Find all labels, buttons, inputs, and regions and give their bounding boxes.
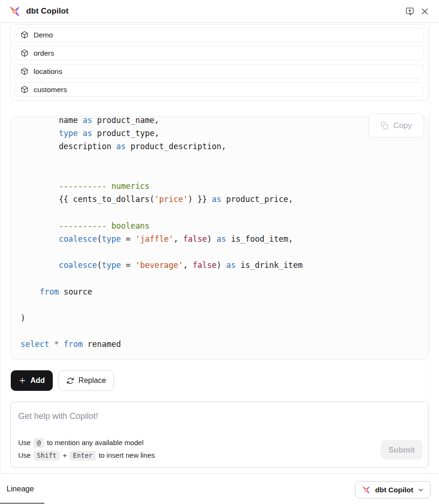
- dbt-copilot-logo-icon: [361, 485, 371, 495]
- cube-icon: [21, 67, 28, 75]
- code-line: ---------- booleans: [21, 219, 428, 232]
- code-line: ---------- numerics: [21, 180, 428, 193]
- code-line: {{ cents_to_dollars('price') }} as produ…: [21, 193, 428, 206]
- code-line: type as product_type,: [21, 127, 428, 140]
- close-icon[interactable]: [418, 5, 431, 17]
- cube-icon: [21, 31, 28, 39]
- code-line: [21, 206, 428, 219]
- copy-button[interactable]: Copy: [368, 114, 424, 137]
- code-line: from source: [21, 285, 428, 298]
- replace-button[interactable]: Replace: [58, 370, 114, 391]
- panel-title: dbt Copilot: [26, 7, 69, 16]
- dbt-copilot-panel: dbt Copilot Demo: [0, 0, 439, 504]
- code-line: [21, 298, 428, 311]
- tab-lineage[interactable]: Lineage: [7, 484, 34, 493]
- panel-footer: Lineage dbt Copilot: [0, 473, 439, 504]
- code-line: ): [21, 311, 428, 324]
- replace-button-label: Replace: [78, 376, 106, 385]
- model-chip-label: Demo: [34, 31, 53, 39]
- copilot-mode-selector[interactable]: dbt Copilot: [355, 481, 431, 498]
- add-button-label: Add: [30, 376, 45, 385]
- prompt-hints: Use @ to mention any available modelUse …: [18, 437, 155, 461]
- code-line: [21, 324, 428, 338]
- model-chip-label: customers: [34, 86, 67, 94]
- submit-button[interactable]: Submit: [381, 440, 423, 460]
- copilot-mode-selector-label: dbt Copilot: [375, 486, 413, 494]
- add-button[interactable]: Add: [11, 370, 53, 391]
- copy-button-label: Copy: [393, 121, 412, 130]
- kbd-chip: @: [34, 438, 44, 448]
- code-line: coalesce(type = 'beverage', false) as is…: [21, 259, 428, 272]
- code-block: name as product_name, type as product_ty…: [10, 116, 428, 360]
- code-line: [21, 166, 428, 180]
- kbd-chip: Enter: [70, 451, 96, 461]
- chat-scroll-area[interactable]: Demo orders locations customers name as …: [0, 23, 430, 473]
- prompt-hint-line: Use @ to mention any available model: [18, 437, 155, 449]
- code-actions-row: Add Replace: [11, 370, 429, 391]
- code-line: [21, 245, 428, 259]
- panel-header: dbt Copilot: [0, 0, 439, 23]
- code-scroll-area[interactable]: name as product_name, type as product_ty…: [11, 117, 428, 359]
- model-chip[interactable]: customers: [14, 82, 424, 97]
- model-chip-label: locations: [34, 67, 62, 76]
- code-line: description as product_description,: [21, 140, 428, 153]
- plus-icon: [19, 377, 26, 384]
- refresh-icon: [66, 377, 74, 385]
- prompt-input[interactable]: Get help with Copilot! Use @ to mention …: [10, 402, 428, 468]
- code-line: name as product_name,: [21, 117, 428, 127]
- model-chip-label: orders: [34, 49, 54, 58]
- mentioned-models-list: Demo orders locations customers: [10, 24, 428, 101]
- prompt-placeholder: Get help with Copilot!: [18, 411, 98, 421]
- cube-icon: [21, 86, 28, 94]
- popout-plus-icon[interactable]: [404, 5, 416, 17]
- model-chip[interactable]: orders: [14, 46, 424, 60]
- cube-icon: [21, 49, 28, 57]
- model-chip[interactable]: locations: [14, 64, 424, 79]
- dbt-copilot-logo-icon: [8, 5, 21, 18]
- code-line: [21, 153, 428, 166]
- code-line: coalesce(type = 'jaffle', false) as is_f…: [21, 232, 428, 245]
- code-line: [21, 272, 428, 285]
- prompt-hint-line: Use Shift + Enter to insert new lines: [18, 449, 155, 462]
- sql-code: name as product_name, type as product_ty…: [11, 117, 428, 351]
- chevron-down-icon: [418, 487, 424, 493]
- copy-icon: [381, 122, 389, 130]
- model-chip[interactable]: Demo: [14, 28, 424, 42]
- code-line: select * from renamed: [21, 338, 428, 351]
- kbd-chip: Shift: [34, 451, 60, 461]
